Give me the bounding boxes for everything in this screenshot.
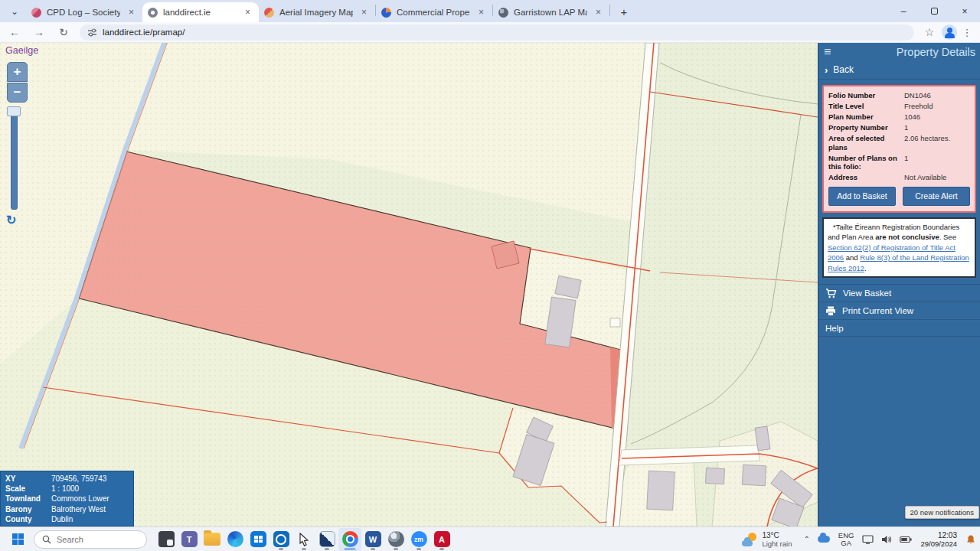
view-basket-item[interactable]: View Basket — [818, 284, 980, 302]
tab-label: Aerial Imagery Map — [279, 8, 353, 17]
tab-label: Garristown LAP Map 1.pdf — [514, 8, 587, 17]
status-label: Townland — [5, 494, 51, 504]
tab-garristown-pdf[interactable]: Garristown LAP Map 1.pdf × — [493, 2, 609, 22]
language-indicator[interactable]: ENG GA — [834, 532, 859, 547]
notifications-badge[interactable]: 20 new notifications — [905, 506, 979, 519]
onedrive-tray-button[interactable] — [814, 527, 834, 551]
tab-aerial-imagery[interactable]: Aerial Imagery Map × — [259, 2, 375, 22]
pointer-app-button[interactable] — [292, 528, 315, 551]
tab-close-icon[interactable]: × — [593, 7, 604, 18]
bookmark-star-icon[interactable]: ☆ — [920, 26, 939, 38]
language-link[interactable]: Gaeilge — [5, 45, 38, 56]
aerial-favicon-icon — [264, 8, 274, 18]
edge-button[interactable] — [224, 528, 247, 551]
running-indicator — [416, 548, 421, 550]
cast-tray-button[interactable] — [858, 527, 877, 551]
refresh-map-icon[interactable]: ↻ — [6, 213, 16, 227]
hamburger-menu-icon[interactable]: ≡ — [824, 45, 831, 59]
tab-label: landdirect.ie — [163, 8, 237, 17]
close-window-button[interactable]: × — [949, 0, 980, 22]
detail-value: 1 — [904, 154, 970, 171]
acrobat-button[interactable]: A — [430, 528, 453, 551]
tab-search-button[interactable]: ⌄ — [5, 3, 24, 20]
outlook-button[interactable] — [270, 528, 292, 551]
taskbar-search[interactable] — [34, 530, 147, 549]
building-footprint — [705, 468, 724, 484]
windows-logo-icon — [12, 533, 24, 545]
detail-label: Title Level — [828, 102, 901, 111]
status-row: XY709456, 759743 — [5, 474, 133, 484]
printer-icon — [825, 306, 836, 316]
clock-widget[interactable]: 12:03 29/09/2024 — [916, 531, 962, 548]
map-app-button[interactable] — [315, 528, 338, 551]
address-bar[interactable]: landdirect.ie/pramap/ — [80, 24, 914, 41]
zoom-app-button[interactable]: zm — [407, 528, 430, 551]
reload-button[interactable]: ↻ — [54, 24, 74, 41]
forward-button[interactable]: → — [29, 24, 49, 41]
url-text[interactable]: landdirect.ie/pramap/ — [103, 28, 185, 37]
microsoft-store-button[interactable] — [247, 528, 270, 551]
minimize-button[interactable]: – — [888, 0, 919, 22]
tab-close-icon[interactable]: × — [475, 7, 487, 18]
tab-close-icon[interactable]: × — [242, 7, 253, 18]
tab-close-icon[interactable]: × — [126, 7, 137, 18]
disclaimer-bold: are not conclusive — [875, 233, 939, 241]
file-explorer-button[interactable] — [201, 528, 224, 551]
tab-landdirect[interactable]: landdirect.ie × — [142, 2, 259, 22]
weather-icon — [742, 533, 757, 546]
tab-commercial-property[interactable]: Commercial Property for Sale i × — [376, 2, 492, 22]
status-label: Barony — [5, 504, 51, 514]
site-settings-icon[interactable] — [87, 28, 97, 37]
zoom-slider-thumb[interactable] — [7, 106, 21, 116]
volume-tray-button[interactable] — [877, 527, 896, 551]
detail-value: Freehold — [904, 102, 970, 111]
maximize-button[interactable] — [919, 0, 949, 22]
map-viewport[interactable]: Gaeilge + − ↻ XY709456, 759743 Scale1 : … — [0, 43, 818, 527]
summary-buttons: Add to Basket Create Alert — [828, 187, 970, 206]
running-indicator — [302, 548, 306, 550]
create-alert-button[interactable]: Create Alert — [903, 187, 970, 206]
bell-icon — [965, 534, 976, 545]
map-canvas[interactable] — [0, 43, 818, 527]
chrome-button[interactable] — [338, 528, 361, 551]
search-input[interactable] — [57, 535, 126, 544]
add-to-basket-button[interactable]: Add to Basket — [828, 187, 896, 206]
tab-close-icon[interactable]: × — [358, 7, 370, 18]
notification-center-button[interactable] — [962, 527, 980, 551]
tab-separator — [609, 5, 610, 16]
back-link[interactable]: › Back — [818, 60, 980, 80]
running-indicator — [325, 548, 329, 550]
battery-tray-button[interactable] — [896, 527, 916, 551]
status-row: Scale1 : 1000 — [5, 484, 133, 494]
back-chevron-icon: › — [825, 64, 828, 76]
earth-app-button[interactable] — [384, 528, 407, 551]
building-footprint — [647, 471, 675, 510]
detail-label: Number of Plans on this folio: — [828, 154, 901, 171]
tab-label: Commercial Property for Sale i — [397, 8, 470, 17]
detail-row: Plan Number1046 — [828, 112, 970, 122]
help-item[interactable]: Help — [818, 319, 980, 337]
tab-cpd-log[interactable]: CPD Log – Society of Chartered × — [26, 2, 142, 22]
outlook-icon — [273, 531, 289, 547]
panel-title: Property Details — [897, 46, 975, 58]
tray-overflow-chevron[interactable]: ⌃ — [799, 527, 813, 551]
system-tray: 13°C Light rain ⌃ ENG GA — [734, 527, 980, 551]
zoom-out-button[interactable]: − — [7, 83, 28, 103]
profile-avatar[interactable] — [942, 24, 957, 40]
chrome-icon — [342, 531, 358, 547]
browser-menu-icon[interactable]: ⋮ — [960, 27, 974, 38]
new-tab-button[interactable]: + — [615, 2, 633, 21]
landdirect-favicon-icon — [148, 8, 158, 18]
cloud-icon — [818, 536, 830, 543]
detail-value: 1046 — [904, 112, 970, 122]
print-current-view-item[interactable]: Print Current View — [818, 302, 980, 319]
zoom-slider-track[interactable] — [11, 110, 18, 210]
start-button[interactable] — [8, 530, 28, 549]
teams-button[interactable]: T — [178, 528, 201, 551]
zoom-in-button[interactable]: + — [7, 62, 28, 82]
task-view-button[interactable] — [155, 528, 178, 551]
word-button[interactable]: W — [361, 528, 384, 551]
earth-icon — [388, 531, 404, 547]
back-button[interactable]: ← — [5, 24, 24, 41]
weather-widget[interactable]: 13°C Light rain — [734, 527, 799, 551]
